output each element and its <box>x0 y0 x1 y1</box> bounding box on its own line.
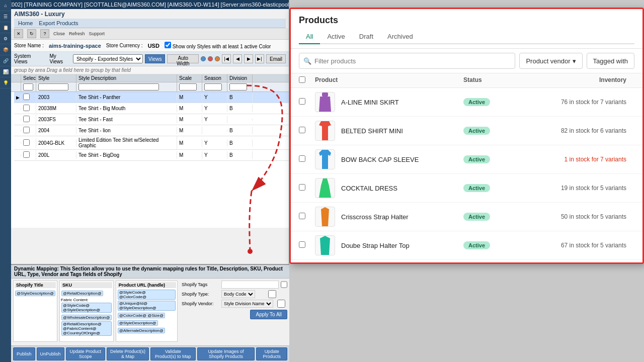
shopify-tags-input[interactable] <box>221 281 279 289</box>
select-all-checkbox[interactable] <box>299 76 305 83</box>
action-btn-unpublish[interactable]: UnPublish <box>37 347 64 360</box>
action-btn-update-images-of-shopify-products[interactable]: Update Images of Shopify Products <box>197 347 255 360</box>
url-tag-4[interactable]: @StyleDescription@ <box>118 320 158 326</box>
expand-icon[interactable] <box>14 108 21 110</box>
product-checkbox[interactable] <box>299 155 315 163</box>
refresh-icon[interactable]: ↻ <box>27 29 36 38</box>
nav-icon-5[interactable]: 📦 <box>0 44 11 55</box>
row-checkbox[interactable] <box>21 138 36 148</box>
row-style: 2003FS <box>36 116 76 123</box>
url-tag-5[interactable]: @AlternateDescription@ <box>118 328 165 333</box>
products-search-box[interactable]: 🔍 <box>299 53 515 69</box>
mapping-title: Dynamic Mapping: This Section allow you … <box>11 265 289 279</box>
tab-draft[interactable]: Draft <box>352 30 380 44</box>
product-checkbox[interactable] <box>299 241 315 249</box>
nav-prev[interactable]: ◀ <box>233 54 242 63</box>
action-btn-update-products[interactable]: Update Products <box>256 347 287 360</box>
expand-icon[interactable] <box>14 130 21 132</box>
sku-tag-4[interactable]: @RetailDescription@ @FabricContent@ @Cou… <box>61 321 112 336</box>
table-row[interactable]: 2004 Tee Shirt - lion M B <box>14 125 289 136</box>
nav-first[interactable]: |◀ <box>222 54 231 63</box>
nav-icon-8[interactable]: 💡 <box>0 77 11 88</box>
action-btn-delete-products-&-map[interactable]: Delete Product(s) & Map <box>107 347 149 360</box>
views-toolbar: System Views My Views Shopify - Exported… <box>0 52 289 66</box>
shopify-type-checkbox[interactable] <box>257 290 287 298</box>
nav-icon-2[interactable]: ☰ <box>0 11 11 22</box>
row-checkbox[interactable] <box>21 104 36 113</box>
nav-icon-6[interactable]: 🔗 <box>0 55 11 66</box>
url-tag-2[interactable]: @Unique@Id@ @StyleDescription@ <box>118 301 176 311</box>
tab-active[interactable]: Active <box>320 30 352 44</box>
product-row[interactable]: Double Strap Halter Top Active 9,426 in … <box>291 260 642 261</box>
url-tag-3[interactable]: @ColorCode@ @Size@ <box>118 313 166 318</box>
filter-division[interactable] <box>229 83 247 90</box>
nav-icon-3[interactable]: 📋 <box>0 22 11 33</box>
filter-select[interactable] <box>23 83 33 90</box>
tab-archived[interactable]: Archived <box>380 30 420 44</box>
product-row[interactable]: A-LINE MINI SKIRT Active 76 in stock for… <box>291 88 642 117</box>
filter-scale[interactable] <box>179 83 197 90</box>
title-tag-1[interactable]: @StyleDescription@ <box>15 291 55 296</box>
expand-icon[interactable] <box>14 119 21 121</box>
shopify-vendor-select[interactable]: Style Division Name <box>221 300 273 308</box>
table-row[interactable]: 20038M Tee Shirt - Big Mouth M Y B <box>14 103 289 114</box>
table-row[interactable]: 2003FS Tee Shirt - Fast M Y <box>14 114 289 125</box>
product-row[interactable]: BOW BACK CAP SLEEVE Active 1 in stock fo… <box>291 145 642 174</box>
email-btn[interactable]: Email <box>266 54 286 63</box>
product-row[interactable]: Doube Strap Halter Top Active 67 in stoc… <box>291 231 642 260</box>
filter-season[interactable] <box>204 83 222 90</box>
tab-all[interactable]: All <box>299 30 320 44</box>
color-nav-orange[interactable] <box>215 56 220 61</box>
product-checkbox[interactable] <box>299 213 315 221</box>
action-btn-publish[interactable]: Publish <box>13 347 35 360</box>
product-row[interactable]: Crisscross Strap Halter Active 50 in sto… <box>291 203 642 231</box>
table-row[interactable]: 2004G-BLK Limited Edition Tee Shirt w/Se… <box>14 136 289 150</box>
product-checkbox[interactable] <box>299 127 315 135</box>
expand-icon[interactable]: ▶ <box>14 94 21 101</box>
color-nav-blue[interactable] <box>201 56 206 61</box>
shopify-export-select[interactable]: Shopify - Exported Styles <box>73 54 143 63</box>
expand-icon[interactable] <box>14 154 21 156</box>
product-checkbox[interactable] <box>299 184 315 192</box>
expand-icon[interactable] <box>14 142 21 144</box>
shopify-type-select[interactable]: Body Code <box>221 290 255 298</box>
nav-export-products[interactable]: Export Products <box>39 20 78 26</box>
views-btn[interactable]: Views <box>145 54 166 63</box>
nav-last[interactable]: ▶| <box>255 54 264 63</box>
sku-tag-2[interactable]: @StyleCode@ @StyleDescription@ <box>61 303 112 313</box>
active-color-checkbox[interactable] <box>165 42 171 48</box>
products-search-input[interactable] <box>314 57 511 65</box>
nav-icon-7[interactable]: 📊 <box>0 66 11 77</box>
bottom-action-buttons: PublishUnPublishUpdate Product ScopeDele… <box>11 345 289 362</box>
product-row[interactable]: BELTED SHIRT MINI Active 82 in stock for… <box>291 117 642 145</box>
shopify-tags-checkbox[interactable] <box>281 281 287 289</box>
nav-home[interactable]: Home <box>18 20 33 26</box>
auto-width-btn[interactable]: Auto Width <box>167 54 199 63</box>
nav-icon-1[interactable]: ⌂ <box>0 0 11 11</box>
table-row[interactable]: ▶ 2003 Tee Shirt - Panther M Y B <box>14 92 289 103</box>
filter-desc[interactable] <box>78 83 159 90</box>
row-checkbox[interactable] <box>21 126 36 135</box>
url-tag-1[interactable]: @StyleCode@ @ColorCode@ <box>118 290 176 300</box>
table-row[interactable]: 200L Tee Shirt - BigDog M Y B <box>14 150 289 161</box>
product-checkbox[interactable] <box>299 98 315 106</box>
action-btn-update-product-scope[interactable]: Update Product Scope <box>66 347 105 360</box>
sku-tag-1[interactable]: @RetailDescription@ <box>61 291 103 296</box>
tagged-with-filter[interactable]: Tagged with <box>587 53 634 69</box>
shopify-vendor-checkbox[interactable] <box>275 300 287 308</box>
apply-to-all-btn[interactable]: Apply To All <box>250 310 287 319</box>
row-checkbox[interactable] <box>21 115 36 124</box>
action-btn-validate-products-to-map[interactable]: Validate Product(s) to Map <box>150 347 195 360</box>
support-icon[interactable]: ? <box>40 29 49 38</box>
product-vendor-filter[interactable]: Product vendor ▾ <box>519 53 582 69</box>
color-nav-red[interactable] <box>208 56 213 61</box>
nav-next[interactable]: ▶ <box>244 54 253 63</box>
nav-icon-4[interactable]: ⚙ <box>0 33 11 44</box>
product-row[interactable]: COCKTAIL DRESS Active 19 in stock for 5 … <box>291 174 642 203</box>
filter-style[interactable] <box>38 83 68 90</box>
row-checkbox[interactable] <box>21 93 36 102</box>
close-icon[interactable]: ✕ <box>14 29 23 38</box>
row-checkbox[interactable] <box>21 150 36 160</box>
sku-tag-3[interactable]: @WholesaleDescription@ <box>61 315 112 320</box>
product-name: A-LINE MINI SKIRT <box>341 99 463 106</box>
